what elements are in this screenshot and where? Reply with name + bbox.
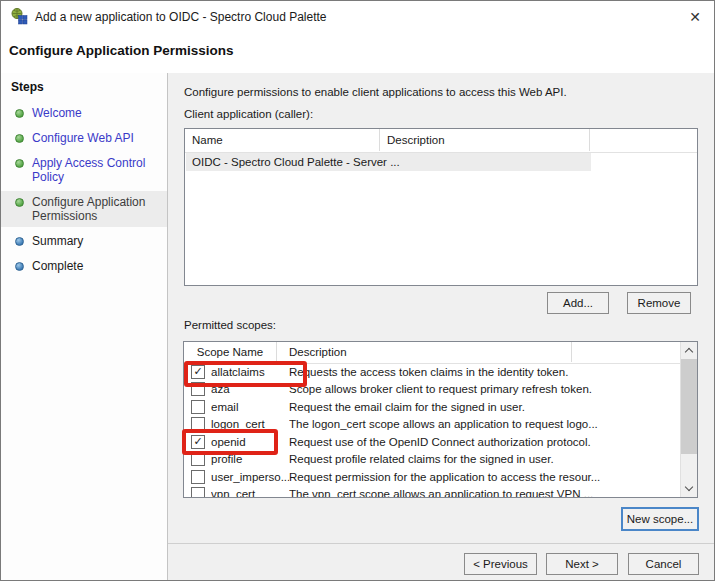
scope-checkbox[interactable]: ✓ (191, 435, 205, 449)
scope-row-logon-cert[interactable]: logon_cert The logon_cert scope allows a… (184, 416, 680, 434)
client-table-header: Name Description (185, 129, 697, 153)
sidebar-item-welcome[interactable]: Welcome (1, 102, 167, 124)
remove-button[interactable]: Remove (627, 292, 691, 314)
title-bar: Add a new application to OIDC - Spectro … (1, 1, 714, 33)
sidebar-item-configure-web-api[interactable]: Configure Web API (1, 127, 167, 149)
scope-row-openid[interactable]: ✓ openid Request use of the OpenID Conne… (184, 433, 680, 451)
new-scope-button[interactable]: New scope... (621, 507, 699, 531)
scopes-rows: ✓ allatclaims Requests the access token … (184, 363, 680, 497)
step-label: Configure Application Permissions (32, 195, 163, 223)
client-application-label: Client application (caller): (184, 108, 313, 120)
step-label: Complete (32, 259, 83, 273)
scopes-scrollbar[interactable] (680, 342, 697, 497)
column-header-description[interactable]: Description (380, 129, 590, 151)
scroll-down-icon[interactable] (681, 480, 697, 497)
scope-description: Request permission for the application t… (289, 471, 680, 483)
column-header-name[interactable]: Name (185, 129, 380, 151)
permitted-scopes-label: Permitted scopes: (184, 319, 276, 331)
scope-description: The vpn_cert scope allows an application… (289, 488, 680, 497)
scope-row-aza[interactable]: aza Scope allows broker client to reques… (184, 381, 680, 399)
steps-sidebar: Steps Welcome Configure Web API Apply Ac… (1, 73, 168, 580)
close-icon[interactable]: ✕ (684, 6, 706, 28)
next-button[interactable]: Next > (546, 553, 618, 575)
client-application-row[interactable]: OIDC - Spectro Cloud Palette - Server ..… (186, 153, 591, 171)
add-button[interactable]: Add... (547, 292, 609, 314)
window-title: Add a new application to OIDC - Spectro … (35, 10, 327, 24)
scope-checkbox[interactable] (191, 452, 205, 466)
page-header: Configure Application Permissions (1, 32, 714, 74)
sidebar-item-complete: Complete (1, 255, 167, 277)
scope-name: user_imperso... (211, 471, 289, 483)
scope-row-email[interactable]: email Request the email claim for the si… (184, 398, 680, 416)
scope-description: Request profile related claims for the s… (289, 453, 680, 465)
scope-row-profile[interactable]: profile Request profile related claims f… (184, 451, 680, 469)
scope-description: Request use of the OpenID Connect author… (289, 436, 680, 448)
scrollbar-thumb[interactable] (681, 359, 697, 454)
scope-description: Scope allows broker client to request pr… (289, 383, 680, 395)
scope-description: Request the email claim for the signed i… (289, 401, 680, 413)
step-completed-icon (15, 109, 24, 118)
scope-name: aza (211, 383, 289, 395)
scope-checkbox[interactable] (191, 470, 205, 484)
scope-description: The logon_cert scope allows an applicati… (289, 418, 680, 430)
scope-checkbox[interactable]: ✓ (191, 365, 205, 379)
wizard-window: Add a new application to OIDC - Spectro … (0, 0, 715, 581)
scopes-table-header: Scope Name Description (184, 342, 697, 364)
column-header-description[interactable]: Description (277, 342, 572, 362)
scope-checkbox[interactable] (191, 487, 205, 497)
scope-checkbox[interactable] (191, 400, 205, 414)
sidebar-item-configure-application-permissions: Configure Application Permissions (1, 191, 167, 227)
scope-name: email (211, 401, 289, 413)
step-completed-icon (15, 134, 24, 143)
step-label: Summary (32, 234, 83, 248)
sidebar-item-summary: Summary (1, 230, 167, 252)
scope-checkbox[interactable] (191, 382, 205, 396)
cancel-button[interactable]: Cancel (628, 553, 699, 575)
scope-checkbox[interactable] (191, 417, 205, 431)
step-upcoming-icon (15, 237, 24, 246)
scope-row-user-impersonation[interactable]: user_imperso... Request permission for t… (184, 468, 680, 486)
client-application-table: Name Description OIDC - Spectro Cloud Pa… (184, 128, 698, 286)
sidebar-item-apply-access-control-policy[interactable]: Apply Access Control Policy (1, 152, 167, 188)
scope-name: profile (211, 453, 289, 465)
step-label: Welcome (32, 106, 82, 120)
scope-row-allatclaims[interactable]: ✓ allatclaims Requests the access token … (184, 363, 680, 381)
previous-button[interactable]: < Previous (464, 553, 537, 575)
step-current-icon (15, 198, 24, 207)
scroll-up-icon[interactable] (681, 342, 697, 359)
scope-name: openid (211, 436, 289, 448)
scope-name: vpn_cert (211, 488, 289, 497)
page-title: Configure Application Permissions (9, 43, 234, 58)
scope-row-vpn-cert[interactable]: vpn_cert The vpn_cert scope allows an ap… (184, 486, 680, 498)
intro-text: Configure permissions to enable client a… (184, 86, 567, 98)
app-icon (11, 8, 28, 25)
column-header-scope-name[interactable]: Scope Name (184, 342, 277, 362)
scope-name: allatclaims (211, 366, 289, 378)
scope-description: Requests the access token claims in the … (289, 366, 680, 378)
permitted-scopes-table: Scope Name Description ✓ allatclaims Req… (183, 341, 698, 498)
step-label: Configure Web API (32, 131, 134, 145)
scope-name: logon_cert (211, 418, 289, 430)
step-upcoming-icon (15, 262, 24, 271)
steps-heading: Steps (1, 73, 167, 102)
step-completed-icon (15, 159, 24, 168)
step-label: Apply Access Control Policy (32, 156, 163, 184)
